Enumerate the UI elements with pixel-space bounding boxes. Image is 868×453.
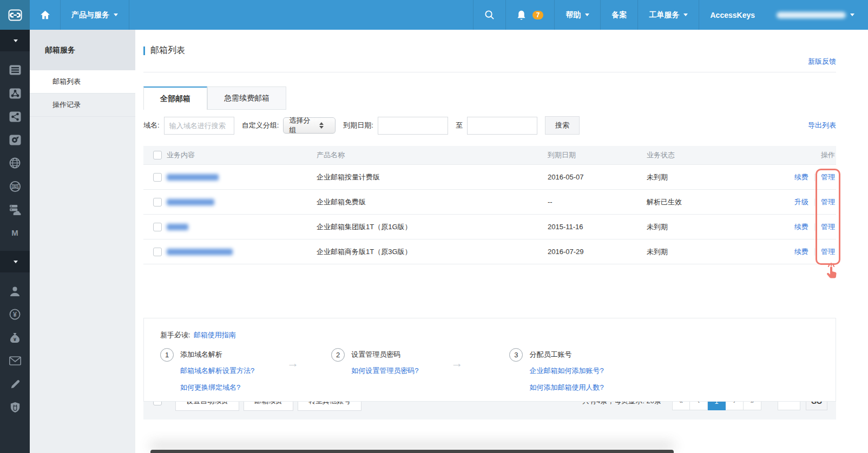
rail-item-server-cloud[interactable]: [0, 198, 30, 221]
row-checkbox[interactable]: [153, 248, 162, 256]
action-divider: [814, 174, 815, 181]
rail-item-billing[interactable]: ¥: [0, 303, 30, 326]
title-accent-bar: [143, 46, 145, 55]
domain-search-input[interactable]: [164, 117, 234, 135]
to-label: 至: [456, 121, 463, 130]
tab-label: 急需续费邮箱: [224, 94, 269, 103]
group-select-value: 选择分组: [289, 116, 311, 135]
table-header-row: 业务内容 产品名称 到期日期 业务状态 操作: [143, 146, 836, 165]
expire-date-to-input[interactable]: [467, 117, 537, 135]
beginner-guide-panel: 新手必读: 邮箱使用指南 1 添加域名解析 邮箱域名解析设置方法? 如何更换绑定…: [143, 318, 836, 402]
bottom-cutoff-element: [150, 450, 674, 453]
guide-step-3: 3 分配员工账号 企业邮箱如何添加账号? 如何添加邮箱使用人数?: [509, 350, 603, 399]
expire-date: --: [548, 190, 553, 214]
rail-item-message-service[interactable]: M: [0, 221, 30, 244]
guide-manual-link[interactable]: 邮箱使用指南: [194, 330, 236, 340]
guide-link[interactable]: 企业邮箱如何添加账号?: [529, 366, 603, 376]
export-list-link[interactable]: 导出列表: [808, 121, 836, 130]
database-icon: [9, 135, 21, 145]
chevron-down-icon: [14, 39, 18, 42]
status-text: 未到期: [647, 165, 668, 189]
svg-text:¥: ¥: [13, 311, 17, 318]
manage-link[interactable]: 管理: [821, 197, 835, 207]
accesskeys-link[interactable]: AccessKeys: [699, 0, 766, 30]
rail-item-database[interactable]: [0, 128, 30, 151]
rail-item-app-cluster[interactable]: [0, 82, 30, 105]
account-menu[interactable]: [766, 0, 868, 30]
sidebar-item-label: 操作记录: [52, 100, 81, 110]
renew-link[interactable]: 续费: [794, 172, 808, 182]
table-row: 企业邮箱商务版1T（原3G版） 2016-07-29 未到期 续费 管理: [143, 239, 836, 264]
action-divider: [814, 198, 815, 206]
money-bag-icon: ¥: [9, 332, 21, 343]
redacted-domain-text[interactable]: [167, 199, 214, 205]
redacted-domain-text[interactable]: [167, 174, 219, 181]
guide-link[interactable]: 邮箱域名解析设置方法?: [180, 366, 254, 376]
home-button[interactable]: [30, 0, 61, 30]
row-checkbox[interactable]: [153, 223, 162, 231]
chevron-down-icon: [14, 261, 18, 263]
group-filter-label: 自定义分组:: [242, 121, 279, 130]
rail-collapse-top-button[interactable]: [0, 30, 30, 51]
group-select[interactable]: 选择分组: [283, 117, 336, 134]
redacted-domain-text[interactable]: [167, 249, 233, 255]
table-row: 企业邮箱按量计费版 2016-05-07 未到期 续费 管理: [143, 165, 836, 190]
rail-item-account[interactable]: [0, 279, 30, 303]
rail-item-funds[interactable]: ¥: [0, 326, 30, 349]
renew-link[interactable]: 续费: [794, 222, 808, 232]
sidebar-item-operation-log[interactable]: 操作记录: [30, 94, 135, 117]
row-checkbox[interactable]: [153, 198, 162, 206]
domain-filter-label: 域名:: [143, 121, 160, 130]
top-navbar: 产品与服务 7 帮助 备案 工单服务 Access: [0, 0, 868, 30]
rail-item-dns[interactable]: DNS: [0, 175, 30, 198]
tab-renewal-needed[interactable]: 急需续费邮箱: [207, 86, 286, 110]
tickets-menu[interactable]: 工单服务: [637, 0, 699, 30]
help-menu[interactable]: 帮助: [554, 0, 600, 30]
rail-item-edit[interactable]: [0, 372, 30, 396]
col-header-product: 产品名称: [317, 146, 345, 164]
notifications-button[interactable]: 7: [505, 0, 555, 30]
renew-link[interactable]: 续费: [794, 247, 808, 257]
guide-prefix: 新手必读:: [160, 330, 190, 340]
rail-collapse-bottom-button[interactable]: [0, 251, 30, 272]
sidebar-item-mail-list[interactable]: 邮箱列表: [30, 70, 135, 94]
redacted-username: [777, 12, 846, 18]
rail-item-cdn[interactable]: [0, 151, 30, 175]
rail-item-share-network[interactable]: [0, 105, 30, 128]
svg-text:¥: ¥: [14, 336, 17, 342]
table-row: 企业邮箱集团版1T（原1G版） 2015-11-16 未到期 续费 管理: [143, 215, 836, 239]
expire-date: 2016-05-07: [548, 165, 584, 189]
cloud-logo-icon: [8, 8, 22, 22]
products-services-menu[interactable]: 产品与服务: [61, 0, 129, 30]
manage-link[interactable]: 管理: [821, 172, 835, 182]
guide-link[interactable]: 如何添加邮箱使用人数?: [529, 383, 603, 392]
rail-item-server[interactable]: [0, 58, 30, 82]
globe-icon: [9, 157, 21, 169]
product-name: 企业邮箱按量计费版: [317, 165, 380, 189]
pencil-icon: [10, 379, 21, 390]
tab-label: 全部邮箱: [160, 94, 190, 104]
guide-link[interactable]: 如何更换绑定域名?: [180, 383, 254, 392]
redacted-domain-text[interactable]: [167, 224, 188, 230]
expire-date-from-input[interactable]: [378, 117, 448, 135]
upgrade-link[interactable]: 升级: [794, 197, 808, 207]
status-text: 解析已生效: [647, 190, 682, 214]
tickets-label: 工单服务: [649, 10, 679, 20]
step-number: 3: [509, 348, 523, 362]
search-button[interactable]: [473, 0, 505, 30]
row-checkbox[interactable]: [153, 173, 162, 182]
select-all-checkbox[interactable]: [153, 151, 162, 159]
rail-item-security[interactable]: [0, 396, 30, 419]
rail-item-mail[interactable]: [0, 349, 30, 372]
search-submit-button[interactable]: 搜索: [545, 116, 580, 135]
beian-link[interactable]: 备案: [600, 0, 637, 30]
manage-link[interactable]: 管理: [821, 247, 835, 257]
guide-link[interactable]: 如何设置管理员密码?: [351, 366, 418, 376]
aliyun-logo[interactable]: [0, 0, 30, 30]
triangle-nodes-icon: [9, 88, 21, 99]
tab-all-mailboxes[interactable]: 全部邮箱: [143, 86, 207, 110]
feedback-link[interactable]: 新版反馈: [808, 57, 836, 66]
manage-link[interactable]: 管理: [821, 222, 835, 232]
status-text: 未到期: [647, 239, 668, 264]
svg-text:DNS: DNS: [11, 184, 19, 188]
